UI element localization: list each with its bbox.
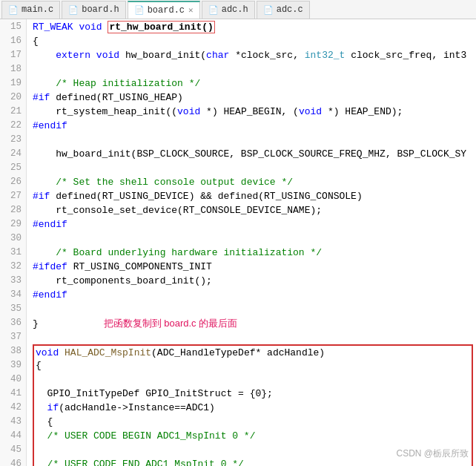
code-line-28: rt_console_set_device(RT_CONSOLE_DEVICE_… — [33, 203, 476, 217]
code-line-34: #endif — [33, 288, 476, 302]
tab-adc-h[interactable]: 📄 adc.h — [202, 1, 255, 19]
code-line-43: { — [33, 415, 473, 429]
close-icon[interactable]: ✕ — [188, 5, 194, 15]
line-numbers: 15 16 17 18 19 20 21 22 23 24 25 26 27 2… — [0, 19, 27, 466]
code-line-25 — [33, 161, 476, 175]
tab-adc-c[interactable]: 📄 adc.c — [257, 1, 310, 19]
code-line-38: void HAL_ADC_MspInit(ADC_HandleTypeDef* … — [33, 344, 473, 358]
tab-label: adc.h — [222, 4, 248, 15]
file-icon: 📄 — [263, 5, 274, 15]
code-line-31: /* Board underlying hardware initializat… — [33, 246, 476, 260]
code-line-21: rt_system_heap_init((void *) HEAP_BEGIN,… — [33, 105, 476, 119]
code-line-40 — [33, 373, 473, 387]
code-line-37 — [33, 330, 476, 344]
code-line-35 — [33, 302, 476, 316]
code-line-42: if(adcHandle->Instance==ADC1) — [33, 401, 473, 415]
code-line-17: extern void hw_board_init(char *clock_sr… — [33, 48, 476, 62]
tab-label: board.c — [148, 5, 185, 16]
code-line-24: hw_board_init(BSP_CLOCK_SOURCE, BSP_CLOC… — [33, 147, 476, 161]
tab-main-c[interactable]: 📄 main.c — [1, 1, 60, 19]
code-line-30 — [33, 232, 476, 246]
code-line-27: #if defined(RT_USING_DEVICE) && defined(… — [33, 189, 476, 203]
code-line-29: #endif — [33, 217, 476, 232]
code-line-33: rt_components_board_init(); — [33, 274, 476, 288]
code-line-26: /* Set the shell console output device *… — [33, 175, 476, 189]
code-line-44: /* USER CODE BEGIN ADC1_MspInit 0 */ — [33, 429, 473, 443]
code-line-20: #if defined(RT_USING_HEAP) — [33, 91, 476, 105]
tab-board-h[interactable]: 📄 board.h — [62, 1, 125, 19]
code-line-18 — [33, 62, 476, 76]
code-line-15: RT_WEAK void rt_hw_board_init() — [33, 20, 476, 34]
editor: 15 16 17 18 19 20 21 22 23 24 25 26 27 2… — [0, 19, 476, 466]
file-icon: 📄 — [8, 5, 19, 15]
code-line-19: /* Heap initialization */ — [33, 76, 476, 91]
code-area: 15 16 17 18 19 20 21 22 23 24 25 26 27 2… — [0, 19, 476, 466]
code-line-41: GPIO_InitTypeDef GPIO_InitStruct = {0}; — [33, 387, 473, 401]
file-icon: 📄 — [208, 5, 219, 15]
watermark: CSDN @栃辰所致 — [396, 447, 469, 460]
code-line-32: #ifdef RT_USING_COMPONENTS_INIT — [33, 260, 476, 274]
tab-board-c[interactable]: 📄 board.c ✕ — [128, 1, 200, 19]
file-icon: 📄 — [134, 5, 145, 15]
code-line-36: } 把函数复制到 board.c 的最后面 — [33, 316, 476, 330]
tab-label: adc.c — [277, 4, 303, 15]
code-line-16: { — [33, 34, 476, 48]
tab-label: main.c — [22, 4, 53, 15]
tab-bar: 📄 main.c 📄 board.h 📄 board.c ✕ 📄 adc.h 📄… — [0, 0, 476, 19]
code-line-39: { — [33, 358, 473, 373]
chinese-label: 把函数复制到 board.c 的最后面 — [104, 318, 238, 329]
code-line-23 — [33, 133, 476, 147]
code-content[interactable]: RT_WEAK void rt_hw_board_init() { extern… — [27, 19, 476, 466]
code-line-22: #endif — [33, 119, 476, 133]
tab-label: board.h — [82, 4, 119, 15]
file-icon: 📄 — [68, 5, 79, 15]
